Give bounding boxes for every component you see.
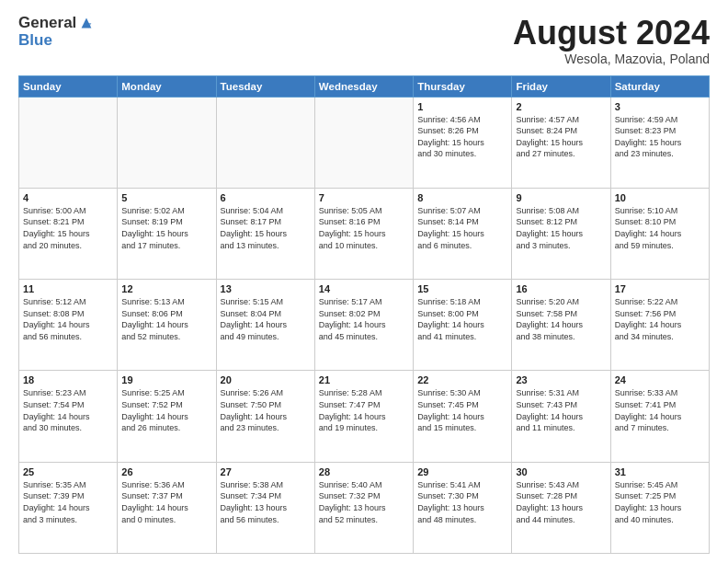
calendar-cell: 10Sunrise: 5:10 AM Sunset: 8:10 PM Dayli… [610,188,709,279]
calendar-header-row: SundayMondayTuesdayWednesdayThursdayFrid… [19,75,710,97]
day-info: Sunrise: 5:35 AM Sunset: 7:39 PM Dayligh… [23,479,113,525]
day-info: Sunrise: 5:10 AM Sunset: 8:10 PM Dayligh… [615,205,705,251]
day-number: 26 [121,466,211,477]
day-header-friday: Friday [512,75,610,97]
day-number: 8 [417,192,507,203]
calendar-cell: 15Sunrise: 5:18 AM Sunset: 8:00 PM Dayli… [414,280,512,371]
day-info: Sunrise: 5:20 AM Sunset: 7:58 PM Dayligh… [516,296,606,342]
calendar-table: SundayMondayTuesdayWednesdayThursdayFrid… [18,75,710,554]
day-number: 9 [516,192,606,203]
day-number: 29 [417,466,507,477]
day-number: 25 [23,466,113,477]
day-number: 31 [615,466,705,477]
day-number: 2 [516,101,606,112]
day-number: 6 [221,192,311,203]
day-header-sunday: Sunday [19,75,118,97]
calendar-cell: 3Sunrise: 4:59 AM Sunset: 8:23 PM Daylig… [610,97,709,188]
calendar-cell: 1Sunrise: 4:56 AM Sunset: 8:26 PM Daylig… [414,97,512,188]
calendar-cell: 31Sunrise: 5:45 AM Sunset: 7:25 PM Dayli… [610,462,709,553]
calendar-cell: 28Sunrise: 5:40 AM Sunset: 7:32 PM Dayli… [314,462,413,553]
calendar-cell: 17Sunrise: 5:22 AM Sunset: 7:56 PM Dayli… [610,280,709,371]
day-header-monday: Monday [118,75,216,97]
day-info: Sunrise: 5:26 AM Sunset: 7:50 PM Dayligh… [221,387,311,433]
day-header-tuesday: Tuesday [216,75,314,97]
calendar-cell: 13Sunrise: 5:15 AM Sunset: 8:04 PM Dayli… [216,280,314,371]
calendar-cell: 30Sunrise: 5:43 AM Sunset: 7:28 PM Dayli… [512,462,610,553]
day-info: Sunrise: 5:25 AM Sunset: 7:52 PM Dayligh… [121,387,211,433]
calendar-cell [314,97,413,188]
day-number: 16 [516,283,606,294]
calendar-cell: 14Sunrise: 5:17 AM Sunset: 8:02 PM Dayli… [314,280,413,371]
calendar-cell: 26Sunrise: 5:36 AM Sunset: 7:37 PM Dayli… [118,462,216,553]
day-info: Sunrise: 5:15 AM Sunset: 8:04 PM Dayligh… [221,296,311,342]
calendar-cell: 4Sunrise: 5:00 AM Sunset: 8:21 PM Daylig… [19,188,118,279]
header: General Blue August 2024 Wesola, Mazovia… [18,15,710,66]
day-info: Sunrise: 5:08 AM Sunset: 8:12 PM Dayligh… [516,205,606,251]
day-number: 21 [319,374,409,385]
day-number: 11 [23,283,113,294]
logo-text: General Blue [18,15,95,49]
day-number: 20 [221,374,311,385]
day-number: 17 [615,283,705,294]
logo: General Blue [18,15,95,49]
calendar-week-3: 11Sunrise: 5:12 AM Sunset: 8:08 PM Dayli… [19,280,710,371]
day-info: Sunrise: 5:36 AM Sunset: 7:37 PM Dayligh… [121,479,211,525]
calendar-cell: 9Sunrise: 5:08 AM Sunset: 8:12 PM Daylig… [512,188,610,279]
day-header-wednesday: Wednesday [314,75,413,97]
day-number: 23 [516,374,606,385]
day-info: Sunrise: 5:05 AM Sunset: 8:16 PM Dayligh… [319,205,409,251]
day-info: Sunrise: 5:31 AM Sunset: 7:43 PM Dayligh… [516,387,606,433]
logo-icon [78,15,95,31]
calendar-cell: 11Sunrise: 5:12 AM Sunset: 8:08 PM Dayli… [19,280,118,371]
calendar-cell: 7Sunrise: 5:05 AM Sunset: 8:16 PM Daylig… [314,188,413,279]
calendar-cell: 5Sunrise: 5:02 AM Sunset: 8:19 PM Daylig… [118,188,216,279]
day-number: 7 [319,192,409,203]
day-number: 19 [121,374,211,385]
day-number: 10 [615,192,705,203]
calendar-cell: 16Sunrise: 5:20 AM Sunset: 7:58 PM Dayli… [512,280,610,371]
day-header-saturday: Saturday [610,75,709,97]
calendar-cell: 23Sunrise: 5:31 AM Sunset: 7:43 PM Dayli… [512,371,610,462]
day-info: Sunrise: 5:41 AM Sunset: 7:30 PM Dayligh… [417,479,507,525]
calendar-cell: 29Sunrise: 5:41 AM Sunset: 7:30 PM Dayli… [414,462,512,553]
day-info: Sunrise: 5:12 AM Sunset: 8:08 PM Dayligh… [23,296,113,342]
day-number: 28 [319,466,409,477]
calendar-cell: 27Sunrise: 5:38 AM Sunset: 7:34 PM Dayli… [216,462,314,553]
page: General Blue August 2024 Wesola, Mazovia… [0,0,728,563]
day-info: Sunrise: 4:57 AM Sunset: 8:24 PM Dayligh… [516,114,606,160]
day-number: 14 [319,283,409,294]
day-number: 3 [615,101,705,112]
day-info: Sunrise: 4:59 AM Sunset: 8:23 PM Dayligh… [615,114,705,160]
day-info: Sunrise: 5:00 AM Sunset: 8:21 PM Dayligh… [23,205,113,251]
day-header-thursday: Thursday [414,75,512,97]
day-number: 13 [221,283,311,294]
calendar-cell: 8Sunrise: 5:07 AM Sunset: 8:14 PM Daylig… [414,188,512,279]
calendar-week-5: 25Sunrise: 5:35 AM Sunset: 7:39 PM Dayli… [19,462,710,553]
day-info: Sunrise: 5:33 AM Sunset: 7:41 PM Dayligh… [615,387,705,433]
calendar-cell: 2Sunrise: 4:57 AM Sunset: 8:24 PM Daylig… [512,97,610,188]
day-info: Sunrise: 5:02 AM Sunset: 8:19 PM Dayligh… [121,205,211,251]
month-year: August 2024 [513,15,710,52]
day-info: Sunrise: 5:22 AM Sunset: 7:56 PM Dayligh… [615,296,705,342]
day-info: Sunrise: 5:18 AM Sunset: 8:00 PM Dayligh… [417,296,507,342]
calendar-cell [216,97,314,188]
day-number: 5 [121,192,211,203]
title-block: August 2024 Wesola, Mazovia, Poland [513,15,710,66]
day-number: 4 [23,192,113,203]
day-info: Sunrise: 5:13 AM Sunset: 8:06 PM Dayligh… [121,296,211,342]
calendar-cell: 25Sunrise: 5:35 AM Sunset: 7:39 PM Dayli… [19,462,118,553]
day-info: Sunrise: 5:45 AM Sunset: 7:25 PM Dayligh… [615,479,705,525]
day-number: 18 [23,374,113,385]
calendar-cell: 24Sunrise: 5:33 AM Sunset: 7:41 PM Dayli… [610,371,709,462]
day-info: Sunrise: 5:23 AM Sunset: 7:54 PM Dayligh… [23,387,113,433]
day-info: Sunrise: 5:17 AM Sunset: 8:02 PM Dayligh… [319,296,409,342]
calendar-week-4: 18Sunrise: 5:23 AM Sunset: 7:54 PM Dayli… [19,371,710,462]
day-info: Sunrise: 5:43 AM Sunset: 7:28 PM Dayligh… [516,479,606,525]
day-number: 12 [121,283,211,294]
logo-general-text: General [18,15,76,32]
day-info: Sunrise: 4:56 AM Sunset: 8:26 PM Dayligh… [417,114,507,160]
calendar-cell: 21Sunrise: 5:28 AM Sunset: 7:47 PM Dayli… [314,371,413,462]
calendar-week-1: 1Sunrise: 4:56 AM Sunset: 8:26 PM Daylig… [19,97,710,188]
day-number: 22 [417,374,507,385]
day-info: Sunrise: 5:30 AM Sunset: 7:45 PM Dayligh… [417,387,507,433]
